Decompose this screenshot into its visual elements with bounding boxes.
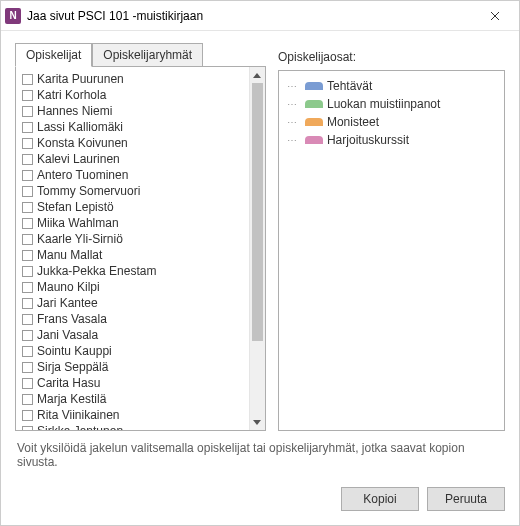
scroll-up-button[interactable] [250,67,265,83]
list-item[interactable]: Manu Mallat [18,247,247,263]
student-checkbox[interactable] [22,298,33,309]
tab-students-label: Opiskelijat [26,48,81,62]
list-item[interactable]: Kalevi Laurinen [18,151,247,167]
student-name: Frans Vasala [37,312,107,326]
scroll-down-button[interactable] [250,414,265,430]
student-checkbox[interactable] [22,362,33,373]
student-name: Lassi Kalliomäki [37,120,123,134]
list-item[interactable]: Sointu Kauppi [18,343,247,359]
students-list[interactable]: Karita PuurunenKatri KorholaHannes Niemi… [16,67,249,430]
student-name: Miika Wahlman [37,216,119,230]
student-checkbox[interactable] [22,378,33,389]
student-name: Kaarle Yli-Sirniö [37,232,123,246]
tree-connector-icon: ⋯ [287,99,301,110]
tree-connector-icon: ⋯ [287,117,301,128]
student-checkbox[interactable] [22,250,33,261]
student-checkbox[interactable] [22,202,33,213]
student-checkbox[interactable] [22,74,33,85]
section-label: Monisteet [327,115,379,129]
student-checkbox[interactable] [22,394,33,405]
tab-groups-label: Opiskelijaryhmät [103,48,192,62]
student-name: Hannes Niemi [37,104,112,118]
section-tab-icon [305,136,323,144]
student-name: Marja Kestilä [37,392,106,406]
student-name: Tommy Somervuori [37,184,140,198]
section-item[interactable]: ⋯Harjoituskurssit [287,131,496,149]
sections-label: Opiskelijaosat: [278,46,505,70]
student-name: Jani Vasala [37,328,98,342]
student-checkbox[interactable] [22,410,33,421]
section-label: Luokan muistiinpanot [327,97,440,111]
student-checkbox[interactable] [22,266,33,277]
cancel-button[interactable]: Peruuta [427,487,505,511]
titlebar: N Jaa sivut PSCI 101 -muistikirjaan [1,1,519,31]
section-item[interactable]: ⋯Tehtävät [287,77,496,95]
list-item[interactable]: Katri Korhola [18,87,247,103]
student-checkbox[interactable] [22,282,33,293]
student-name: Mauno Kilpi [37,280,100,294]
section-item[interactable]: ⋯Luokan muistiinpanot [287,95,496,113]
scroll-thumb[interactable] [252,83,263,341]
list-item[interactable]: Jukka-Pekka Enestam [18,263,247,279]
onenote-icon: N [5,8,21,24]
section-item[interactable]: ⋯Monisteet [287,113,496,131]
student-checkbox[interactable] [22,122,33,133]
help-text: Voit yksilöidä jakelun valitsemalla opis… [15,431,505,479]
close-button[interactable] [475,2,515,30]
student-checkbox[interactable] [22,426,33,431]
student-checkbox[interactable] [22,154,33,165]
student-name: Katri Korhola [37,88,106,102]
left-column: Opiskelijat Opiskelijaryhmät Karita Puur… [15,43,266,431]
tree-connector-icon: ⋯ [287,135,301,146]
tab-strip: Opiskelijat Opiskelijaryhmät [15,43,266,67]
student-checkbox[interactable] [22,218,33,229]
list-item[interactable]: Sirkka Jantunen [18,423,247,430]
tab-groups[interactable]: Opiskelijaryhmät [92,43,203,67]
list-item[interactable]: Mauno Kilpi [18,279,247,295]
student-checkbox[interactable] [22,234,33,245]
list-item[interactable]: Miika Wahlman [18,215,247,231]
list-item[interactable]: Antero Tuominen [18,167,247,183]
student-name: Konsta Koivunen [37,136,128,150]
list-item[interactable]: Kaarle Yli-Sirniö [18,231,247,247]
students-listbox: Karita PuurunenKatri KorholaHannes Niemi… [15,66,266,431]
list-item[interactable]: Jani Vasala [18,327,247,343]
close-icon [490,11,500,21]
list-item[interactable]: Marja Kestilä [18,391,247,407]
list-item[interactable]: Lassi Kalliomäki [18,119,247,135]
copy-button-label: Kopioi [363,492,396,506]
content-area: Opiskelijat Opiskelijaryhmät Karita Puur… [1,31,519,487]
list-item[interactable]: Sirja Seppälä [18,359,247,375]
cancel-button-label: Peruuta [445,492,487,506]
student-checkbox[interactable] [22,186,33,197]
student-checkbox[interactable] [22,90,33,101]
copy-button[interactable]: Kopioi [341,487,419,511]
scroll-track[interactable] [250,83,265,414]
tab-students[interactable]: Opiskelijat [15,43,92,67]
sections-tree[interactable]: ⋯Tehtävät⋯Luokan muistiinpanot⋯Monisteet… [278,70,505,431]
scrollbar[interactable] [249,67,265,430]
list-item[interactable]: Konsta Koivunen [18,135,247,151]
tree-connector-icon: ⋯ [287,81,301,92]
list-item[interactable]: Tommy Somervuori [18,183,247,199]
student-checkbox[interactable] [22,314,33,325]
student-name: Stefan Lepistö [37,200,114,214]
section-label: Tehtävät [327,79,372,93]
list-item[interactable]: Karita Puurunen [18,71,247,87]
list-item[interactable]: Stefan Lepistö [18,199,247,215]
chevron-up-icon [253,73,261,78]
student-checkbox[interactable] [22,346,33,357]
section-label: Harjoituskurssit [327,133,409,147]
list-item[interactable]: Carita Hasu [18,375,247,391]
list-item[interactable]: Jari Kantee [18,295,247,311]
student-checkbox[interactable] [22,170,33,181]
student-checkbox[interactable] [22,106,33,117]
list-item[interactable]: Rita Viinikainen [18,407,247,423]
section-tab-icon [305,82,323,90]
right-column: Opiskelijaosat: ⋯Tehtävät⋯Luokan muistii… [278,43,505,431]
student-checkbox[interactable] [22,138,33,149]
student-name: Antero Tuominen [37,168,128,182]
list-item[interactable]: Hannes Niemi [18,103,247,119]
student-checkbox[interactable] [22,330,33,341]
list-item[interactable]: Frans Vasala [18,311,247,327]
